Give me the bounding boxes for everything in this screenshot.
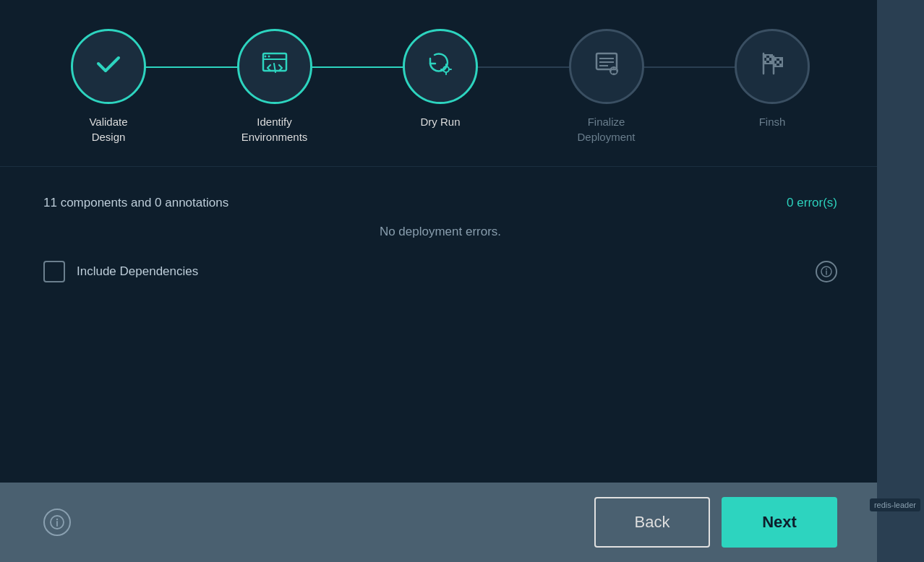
footer-buttons: Back Next: [594, 497, 837, 548]
dependencies-info-icon[interactable]: [816, 261, 837, 282]
svg-point-33: [826, 269, 827, 270]
summary-row: 11 components and 0 annotations 0 error(…: [43, 196, 837, 210]
refresh-settings-icon: [424, 48, 456, 86]
step-finalize-deployment: Finalize Deployment: [542, 29, 672, 144]
svg-rect-21: [769, 55, 772, 58]
step-circle-dry-run: [403, 29, 478, 104]
check-icon: [93, 48, 124, 86]
svg-rect-22: [766, 58, 769, 61]
step-label-validate-design: Validate Design: [89, 114, 127, 144]
list-settings-icon: [591, 48, 623, 86]
step-label-dry-run: Dry Run: [420, 114, 460, 129]
error-count: 0 error(s): [787, 196, 837, 210]
right-panel: [877, 0, 924, 562]
step-circle-finalize-deployment: [569, 29, 644, 104]
checkered-flag-icon: [756, 48, 788, 86]
step-label-finalize-deployment: Finalize Deployment: [577, 114, 635, 144]
redis-leader-badge: redis-leader: [870, 498, 920, 511]
step-identify-environments: Identify Environments: [210, 29, 340, 144]
modal-container: Validate Design: [0, 0, 881, 562]
svg-point-3: [264, 55, 266, 57]
step-dry-run: Dry Run: [375, 29, 505, 129]
step-validate-design: Validate Design: [43, 29, 174, 144]
svg-rect-26: [774, 58, 777, 61]
summary-text: 11 components and 0 annotations: [43, 196, 228, 210]
svg-rect-29: [774, 64, 777, 66]
include-dependencies-checkbox[interactable]: [43, 261, 65, 282]
step-circle-identify-environments: [237, 29, 312, 104]
step-finish: Finsh: [707, 29, 837, 129]
stepper: Validate Design: [43, 29, 837, 144]
footer-section: Back Next: [0, 483, 881, 562]
svg-point-4: [268, 55, 270, 57]
svg-rect-28: [777, 61, 779, 64]
back-button[interactable]: Back: [594, 497, 710, 548]
browser-code-icon: [259, 48, 291, 86]
content-section: 11 components and 0 annotations 0 error(…: [0, 167, 881, 483]
svg-rect-24: [769, 61, 772, 64]
step-circle-finish: [735, 29, 810, 104]
footer-info-icon[interactable]: [43, 509, 71, 536]
include-dependencies-label: Include Dependencies: [77, 264, 198, 279]
svg-rect-20: [763, 55, 766, 58]
next-button[interactable]: Next: [722, 497, 837, 548]
no-errors-message: No deployment errors.: [380, 225, 501, 238]
no-errors-row: No deployment errors.: [43, 225, 837, 239]
svg-rect-30: [779, 64, 782, 66]
step-label-finish: Finsh: [759, 114, 786, 129]
step-label-identify-environments: Identify Environments: [241, 114, 308, 144]
svg-rect-27: [779, 58, 782, 61]
svg-point-36: [56, 519, 58, 520]
dependencies-row: Include Dependencies: [43, 261, 837, 282]
stepper-section: Validate Design: [0, 0, 881, 167]
svg-rect-23: [763, 61, 766, 64]
step-circle-validate-design: [71, 29, 146, 104]
